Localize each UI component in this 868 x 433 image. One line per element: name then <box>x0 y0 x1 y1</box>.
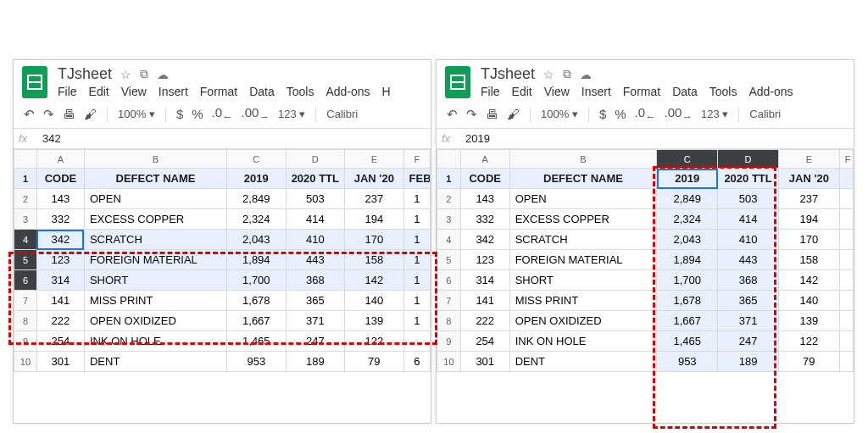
undo-icon[interactable]: ↶ <box>24 107 35 122</box>
row-header[interactable]: 9 <box>437 331 461 352</box>
cell[interactable]: 314 <box>36 270 84 291</box>
cell[interactable]: 301 <box>460 352 509 372</box>
row-header[interactable]: 6 <box>437 270 461 291</box>
menu-format[interactable]: Format <box>623 85 660 98</box>
cell[interactable]: OPEN OXIDIZED <box>509 311 657 331</box>
star-icon[interactable]: ☆ <box>120 68 131 81</box>
cell[interactable]: FEB <box>403 169 430 189</box>
cell[interactable]: 237 <box>778 189 839 209</box>
cell[interactable] <box>839 352 853 372</box>
cell[interactable]: 342 <box>36 230 84 250</box>
redo-icon[interactable]: ↷ <box>43 107 54 122</box>
cell[interactable]: 1 <box>403 189 430 209</box>
cell[interactable]: SCRATCH <box>84 230 226 250</box>
row-header[interactable]: 7 <box>14 291 37 311</box>
formula-bar[interactable]: fx 2019 <box>437 129 854 149</box>
cell[interactable] <box>839 169 853 189</box>
menu-addons[interactable]: Add-ons <box>748 85 793 98</box>
cell[interactable]: 140 <box>778 291 839 311</box>
cell[interactable]: FOREIGN MATERIAL <box>509 250 657 270</box>
cell[interactable]: 194 <box>345 209 404 230</box>
cell[interactable]: CODE <box>36 169 84 189</box>
cell[interactable]: 410 <box>718 230 779 250</box>
print-icon[interactable]: 🖶 <box>486 107 498 121</box>
cell[interactable]: 189 <box>286 352 345 372</box>
cell[interactable]: 332 <box>460 209 509 230</box>
cell[interactable]: 123 <box>460 250 509 270</box>
col-header-c[interactable]: C <box>227 150 287 169</box>
cell[interactable]: 254 <box>460 331 509 352</box>
formula-bar[interactable]: fx 342 <box>14 129 431 149</box>
cell[interactable]: 1,667 <box>227 311 287 331</box>
currency-icon[interactable]: $ <box>599 107 606 121</box>
menu-tools[interactable]: Tools <box>287 85 314 98</box>
cell[interactable] <box>839 209 853 230</box>
cell[interactable]: 371 <box>718 311 779 331</box>
number-format-select[interactable]: 123 ▾ <box>278 108 305 120</box>
dec-increase-icon[interactable]: .00→ <box>242 105 270 123</box>
cell[interactable]: 503 <box>286 189 345 209</box>
grid[interactable]: A B C D E F 1 CODE DEFECT NAME 2019 2020… <box>437 149 854 372</box>
font-select[interactable]: Calibri <box>326 108 358 120</box>
cell[interactable]: 6 <box>403 352 430 372</box>
cell[interactable]: 2,324 <box>227 209 287 230</box>
menu-format[interactable]: Format <box>200 85 237 98</box>
cell[interactable]: 222 <box>460 311 509 331</box>
cell[interactable]: 237 <box>345 189 404 209</box>
cell[interactable]: 141 <box>36 291 84 311</box>
row-header[interactable]: 4 <box>14 230 37 250</box>
menu-insert[interactable]: Insert <box>159 85 188 98</box>
font-select[interactable]: Calibri <box>749 108 781 120</box>
cell[interactable]: 332 <box>36 209 84 230</box>
menu-insert[interactable]: Insert <box>581 85 611 98</box>
row-header[interactable]: 9 <box>14 331 37 352</box>
cell[interactable]: 368 <box>718 270 779 291</box>
row-header[interactable]: 3 <box>437 209 461 230</box>
menu-data[interactable]: Data <box>672 85 698 98</box>
cell[interactable]: 2,043 <box>227 230 287 250</box>
cell[interactable]: JAN '20 <box>778 169 839 189</box>
cell[interactable]: 1,465 <box>657 331 718 352</box>
cell[interactable] <box>839 189 853 209</box>
move-icon[interactable]: ⧉ <box>140 67 148 81</box>
cell[interactable]: 301 <box>36 352 84 372</box>
row-header[interactable]: 8 <box>14 311 37 331</box>
cell[interactable]: EXCESS COPPER <box>509 209 657 230</box>
cell[interactable] <box>839 270 853 291</box>
cell[interactable]: 254 <box>36 331 84 352</box>
star-icon[interactable]: ☆ <box>543 68 554 81</box>
cell[interactable]: DENT <box>84 352 226 372</box>
cell[interactable]: 143 <box>36 189 84 209</box>
cell[interactable]: 247 <box>286 331 345 352</box>
cell[interactable]: 314 <box>460 270 509 291</box>
menu-tools[interactable]: Tools <box>709 85 737 98</box>
cell[interactable]: 189 <box>718 352 779 372</box>
menu-data[interactable]: Data <box>249 85 275 98</box>
dec-decrease-icon[interactable]: .0← <box>635 105 656 123</box>
cell[interactable]: 2,849 <box>657 189 718 209</box>
cell[interactable]: 1,678 <box>657 291 718 311</box>
menu-view[interactable]: View <box>121 85 147 98</box>
row-header[interactable]: 10 <box>437 352 461 372</box>
cell[interactable]: 368 <box>286 270 345 291</box>
cell[interactable]: 139 <box>345 311 404 331</box>
cell[interactable]: 1,700 <box>227 270 287 291</box>
cell[interactable]: 1,667 <box>657 311 718 331</box>
cell[interactable]: 2,324 <box>657 209 718 230</box>
cell[interactable]: SHORT <box>84 270 226 291</box>
col-header-a[interactable]: A <box>460 150 509 169</box>
cell[interactable]: 158 <box>778 250 839 270</box>
cell[interactable]: OPEN <box>509 189 657 209</box>
col-header-partial[interactable]: F <box>839 150 853 169</box>
cell[interactable]: 79 <box>778 352 839 372</box>
cell[interactable]: 1 <box>403 270 430 291</box>
menu-edit[interactable]: Edit <box>89 85 109 98</box>
cell[interactable]: 1 <box>403 291 430 311</box>
cell[interactable]: 1,465 <box>227 331 287 352</box>
cell[interactable]: 122 <box>778 331 839 352</box>
menu-file[interactable]: File <box>481 85 500 98</box>
formula-value[interactable]: 2019 <box>465 132 490 145</box>
cell[interactable]: 2019 <box>657 169 718 189</box>
zoom-select[interactable]: 100% ▾ <box>118 108 155 120</box>
row-header[interactable]: 1 <box>14 169 37 189</box>
